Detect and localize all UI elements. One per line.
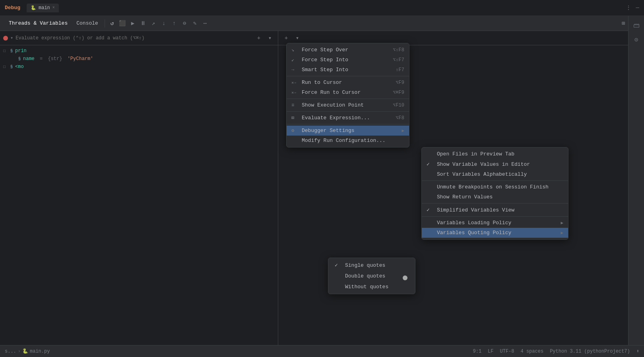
var-item-print[interactable]: □ § prin (0, 47, 278, 55)
settings-icon[interactable]: ⊞ (619, 19, 628, 28)
show-return-label: Show Return Values (437, 194, 563, 200)
rerun-icon[interactable]: ↺ (107, 19, 117, 28)
force-step-into-icon: ↙ (291, 57, 299, 63)
breadcrumb-python-icon: 🐍 (22, 348, 28, 354)
minimize-icon[interactable]: — (636, 4, 639, 11)
inspect-icon[interactable]: ⊙ (630, 33, 643, 46)
stop-icon[interactable]: ⬛ (118, 19, 127, 28)
eval-bar: ▾ + ▾ (0, 31, 278, 45)
var-name-print: prin (15, 48, 27, 54)
double-quotes-label: Double quotes (345, 273, 409, 279)
single-quotes-label: Single quotes (345, 262, 409, 268)
show-execution-point-item[interactable]: ≡ Show Execution Point ⌥F10 (287, 100, 409, 110)
variables-loading-policy-item[interactable]: Variables Loading Policy ▶ (422, 218, 568, 228)
var-eq: = (37, 56, 46, 62)
git-icon[interactable]: ⬆ (636, 348, 639, 354)
eval-settings-icon[interactable]: ▾ (265, 33, 275, 43)
debug-toolbar: Threads & Variables Console ↺ ⬛ ▶ ⏸ ↗ ↓ … (0, 16, 644, 31)
single-quotes-item[interactable]: ✓ Single quotes (328, 260, 415, 271)
side-icons-panel: 🗃 ⊙ (628, 16, 644, 345)
tab-close-button[interactable]: × (52, 6, 55, 10)
var-type-icon-name: § (18, 57, 21, 61)
variables-quoting-policy-item[interactable]: Variables Quoting Policy ▶ (422, 228, 568, 238)
python-tab-icon: 🐍 (31, 5, 36, 10)
vqp-arrow: ▶ (561, 230, 563, 235)
force-step-over-item[interactable]: ↘ Force Step Over ⌥⇧F8 (287, 45, 409, 55)
status-right: 9:1 LF UTF-8 4 spaces Python 3.11 (pytho… (473, 348, 639, 354)
show-return-values-item[interactable]: Show Return Values (422, 192, 568, 202)
debugger-settings-item[interactable]: ⚙ Debugger Settings ▶ (287, 126, 409, 136)
threads-variables-tab[interactable]: Threads & Variables (5, 19, 72, 28)
run-to-cursor-shortcut: ⌥F9 (396, 80, 404, 85)
window-controls: ⋮ — (626, 4, 639, 11)
step-out-icon[interactable]: ↑ (169, 19, 179, 28)
var-name-module: <mo (15, 64, 24, 70)
double-quotes-item[interactable]: Double quotes (328, 271, 415, 281)
add-watch-icon[interactable]: + (254, 33, 264, 43)
open-files-label: Open Files in Preview Tab (437, 151, 563, 157)
eval-right-icons: + ▾ (254, 33, 275, 43)
interpreter: Python 3.11 (pythonProject7) (550, 349, 630, 354)
settings-sep-3 (422, 216, 568, 217)
more-icon[interactable]: ⋯ (200, 19, 210, 28)
force-step-into-item[interactable]: ↙ Force Step Into ⌥⇧F7 (287, 55, 409, 65)
debugger-settings-icon: ⚙ (291, 128, 299, 134)
smart-step-into-icon: → (291, 67, 299, 73)
var-item-module[interactable]: □ § <mo (0, 63, 278, 71)
without-quotes-item[interactable]: Without quotes (328, 281, 415, 292)
line-ending: LF (488, 349, 493, 354)
vqp-check (427, 230, 434, 236)
run-to-cursor-label: Run to Cursor (302, 80, 392, 85)
run-to-cursor-item[interactable]: ✕→ Run to Cursor ⌥F9 (287, 78, 409, 87)
modify-run-config-label: Modify Run Configuration... (302, 138, 404, 144)
double-quotes-check (335, 273, 342, 279)
sort-variables-check (427, 171, 434, 177)
right-settings-icon[interactable]: + (281, 33, 291, 43)
var-type-icon-print: § (10, 49, 13, 53)
mute-breakpoints-icon[interactable]: ⊖ (180, 19, 189, 28)
show-variable-values-item[interactable]: ✓ Show Variable Values in Editor (422, 159, 568, 169)
more-options-icon[interactable]: ⋮ (626, 4, 631, 11)
evaluate-expression-item[interactable]: ⊞ Evaluate Expression... ⌥F8 (287, 113, 409, 123)
separator-1 (287, 76, 409, 76)
tab-name: main (39, 5, 50, 11)
indent: 4 spaces (521, 349, 544, 354)
vlp-label: Variables Loading Policy (437, 220, 556, 226)
unmute-breakpoints-item[interactable]: Unmute Breakpoints on Session Finish (422, 182, 568, 192)
debug-label: Debug (5, 5, 20, 11)
eval-input[interactable] (16, 35, 252, 41)
unmute-bp-label: Unmute Breakpoints on Session Finish (437, 184, 563, 190)
force-step-over-label: Force Step Over (302, 47, 390, 53)
smart-step-into-item[interactable]: → Smart Step Into ⇧F7 (287, 65, 409, 75)
step-into-icon[interactable]: ↓ (159, 19, 169, 28)
show-var-values-label: Show Variable Values in Editor (437, 161, 563, 167)
view-breakpoints-icon[interactable]: ✎ (190, 19, 200, 28)
smart-step-into-shortcut: ⇧F7 (396, 67, 404, 73)
breadcrumb-prefix: s... (5, 349, 16, 354)
open-files-preview-item[interactable]: Open Files in Preview Tab (422, 149, 568, 159)
debugger-settings-menu: Open Files in Preview Tab ✓ Show Variabl… (421, 147, 568, 240)
status-bar: s... › 🐍 main.py 9:1 LF UTF-8 4 spaces P… (0, 345, 644, 357)
show-var-values-check: ✓ (427, 161, 434, 167)
simplified-variables-item[interactable]: ✓ Simplified Variables View (422, 205, 568, 215)
database-icon[interactable]: 🗃 (630, 19, 643, 32)
single-quotes-check: ✓ (335, 262, 342, 268)
right-layout-icon[interactable]: ▾ (293, 33, 302, 43)
status-left: s... › 🐍 main.py (5, 348, 50, 354)
force-run-to-cursor-item[interactable]: ✕→ Force Run to Cursor ⌥⌘F9 (287, 87, 409, 97)
main-tab[interactable]: 🐍 main × (27, 4, 59, 12)
eval-expr-shortcut: ⌥F8 (396, 115, 404, 121)
separator-2 (287, 99, 409, 99)
force-step-into-label: Force Step Into (302, 57, 390, 63)
step-over-icon[interactable]: ↗ (149, 19, 158, 28)
sort-variables-item[interactable]: Sort Variables Alphabetically (422, 169, 568, 179)
settings-sep-2 (422, 203, 568, 204)
var-item-name[interactable]: § name = {str} 'PyCharm' (0, 55, 278, 63)
console-tab[interactable]: Console (72, 19, 102, 28)
force-run-to-cursor-label: Force Run to Cursor (302, 89, 390, 95)
smart-step-into-label: Smart Step Into (302, 67, 392, 73)
resume-icon[interactable]: ▶ (128, 19, 138, 28)
show-exec-point-label: Show Execution Point (302, 102, 390, 108)
modify-run-config-item[interactable]: Modify Run Configuration... (287, 136, 409, 146)
pause-icon[interactable]: ⏸ (138, 19, 148, 28)
